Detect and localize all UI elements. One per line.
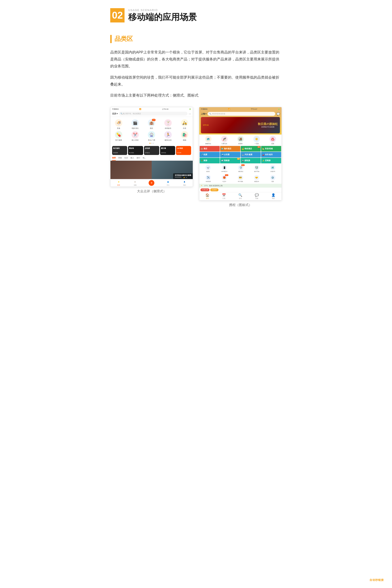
ct-grid: 🏨酒店 🌍海外酒店 💰特价酒店 特价 🏡民宿·客栈 ✈️机票 🚄火车票 (199, 146, 282, 164)
dp-tab-food[interactable]: 美食 (118, 156, 122, 160)
dp-more[interactable]: ··· (189, 112, 191, 115)
ct-freetravel-icon: 🛫 (206, 165, 211, 170)
ct-grid-bus[interactable]: 🚌汽车·船票 (241, 152, 261, 158)
ct-quick-food-icon: 🍱 (237, 136, 244, 142)
ctrip-caption: 携程（图标式） (229, 203, 252, 207)
ct-grid-overseas-hotel[interactable]: 🌍海外酒店 (220, 146, 240, 152)
dp-city: 北京 ▾ (112, 112, 118, 115)
dp-card-title: 非常喜欢他家的衣服嗯 (175, 174, 191, 176)
dp-cat-takeout[interactable]: 🛵 外卖 (178, 119, 191, 130)
ct-discount-badge: 特价 (258, 146, 260, 148)
dp-tab-more[interactable]: 电... (143, 156, 146, 160)
dp-tab-travel[interactable]: 旅行 (136, 156, 140, 160)
ct-grid-hotel[interactable]: 🏨酒店 (200, 146, 220, 152)
ct-grid-train[interactable]: 🚄火车票 (220, 152, 240, 158)
ct-grid-discount-hotel[interactable]: 💰特价酒店 特价 (241, 146, 261, 152)
dp-plus-button[interactable]: + (149, 180, 154, 186)
body-para2: 因为移动端首屏空间的珍贵，我们不可能全部罗列展示这些品类；不重要的、使用频率低的… (110, 74, 282, 88)
ct-grid-inn[interactable]: 🏡民宿·客栈 (261, 146, 281, 152)
dp-search[interactable]: 🔍 输入商户名、地点或菜品 (119, 112, 188, 116)
dp-promo-vip[interactable]: VIP特权 5折套餐 (176, 146, 191, 155)
ct-quick-hot-spring[interactable]: ♨️ 温泉 (270, 136, 276, 145)
section-heading-wrap: 品类区 (110, 35, 282, 43)
dp-cat-meishi[interactable]: 🍜 美食 (112, 119, 125, 130)
dp-city-chevron: ▾ (116, 112, 118, 115)
dp-cat-shopping[interactable]: 🛍️ 购物 (178, 131, 191, 141)
dp-cat-health[interactable]: 💊 医疗健康 (112, 131, 125, 141)
ct-small-creditcard[interactable]: 💳 串卡·借钱 (238, 175, 243, 182)
dp-promo-king[interactable]: 霸王餐 品质优选 (160, 146, 175, 155)
dp-tab-fun[interactable]: 玩乐 (124, 156, 128, 160)
ct-grid-highspeed[interactable]: 🚅高铁游 热卖 (220, 158, 240, 163)
ct-nav-discover[interactable]: 🔍 发现 (232, 193, 249, 200)
ct-grid-flight[interactable]: ✈️机票 (200, 152, 220, 158)
dp-categories-row1: 🍜 美食 🎬 电影/演出 🏨活动 酒店 🍸 休闲娱乐 (110, 117, 193, 145)
ct-nav-service[interactable]: 💬 客服 (249, 193, 265, 200)
ct-hot-tag2[interactable]: 必选餐厅 (210, 188, 218, 191)
ct-small-franchise[interactable]: 🤝 加盟合作 (254, 175, 259, 182)
dp-nav-guide[interactable]: 📋 攻略 (127, 180, 144, 186)
ct-small-freetravel[interactable]: 🛫 自由行 (206, 165, 211, 172)
ct-grid-cruise[interactable]: 🚢邮轮游 (241, 158, 261, 163)
ct-small-exchange[interactable]: 💱 换外币·购 (254, 165, 260, 172)
dp-cat-beauty[interactable]: ✂️ 丽人/美发 (129, 131, 141, 141)
ct-small-wifi[interactable]: 📱 WiFi电话卡 (221, 165, 228, 172)
ct-quick-cats: 🗺️ 攻略·景点 🎢 门票·玩乐 🍱 美食林 ☀️ 一日游 ♨️ 温泉 (199, 134, 282, 146)
dp-nav-follow[interactable]: 👥 关注 (160, 180, 176, 186)
ct-quick-ticket-icon: 🎢 (221, 136, 228, 142)
dp-cat-scenic[interactable]: 🎡 景点/门票 (145, 131, 158, 141)
dp-cat-leisure[interactable]: 🍸 休闲娱乐 (162, 119, 174, 130)
dp-promo-daily[interactable]: 每日福利 领优惠券 (112, 146, 127, 155)
ct-itinerary-icon: 📅 (222, 193, 226, 197)
section-heading: 品类区 (114, 35, 133, 43)
dp-dot-3 (153, 143, 154, 144)
dp-cat-sports[interactable]: 🏃 健身/运动 (162, 131, 174, 141)
dp-promo-must[interactable]: 必吃榜 全域必去 (144, 146, 159, 155)
ct-hot-tag1[interactable]: Hot票点榜 (200, 188, 210, 191)
ct-nav-mine[interactable]: 👤 我的 (265, 193, 282, 200)
ct-small-insurance[interactable]: 🛡️ 新品 保险·签证 (238, 165, 243, 172)
ct-carrier: 中国移动 (201, 108, 208, 110)
ct-quick-food[interactable]: 🍱 美食林 (237, 136, 244, 145)
dp-cat-row1: 🍜 美食 🎬 电影/演出 🏨活动 酒店 🍸 休闲娱乐 (110, 118, 193, 130)
ct-wifi-icon: 📶 (228, 108, 230, 110)
ct-flight-icon: ✈️ (201, 154, 203, 156)
ct-quick-ticket[interactable]: 🎢 门票·玩乐 (221, 136, 228, 145)
ct-nav-itinerary[interactable]: 📅 行程 (216, 193, 232, 200)
dp-nav-home[interactable]: ⭐ 首页 (110, 180, 127, 186)
ct-nav-home[interactable]: 🏠 首页 (199, 193, 216, 200)
ct-small-cheap-flight[interactable]: ✈️ 特价机票 (206, 175, 211, 182)
ct-grid-car[interactable]: 🚗专车·租车 (261, 152, 281, 158)
ct-grid-custom[interactable]: ✨定制游 (261, 158, 281, 163)
ct-cloud-icon: ⛅ (201, 185, 203, 186)
ct-grid-travel[interactable]: 🌴旅游 (200, 158, 220, 163)
dp-mine-icon: 👤 (183, 180, 186, 184)
ct-insurance-icon: 🛡️ 新品 (238, 165, 243, 170)
ct-small-giftcard[interactable]: 🎁 礼品 礼品卡 (222, 175, 227, 182)
ct-quick-scenic[interactable]: 🗺️ 攻略·景点 (205, 136, 212, 145)
dp-cat-movie[interactable]: 🎬 电影/演出 (129, 119, 141, 130)
ct-custom-icon: ✨ (262, 160, 264, 162)
dp-promo-black[interactable]: 黑珍珠 食之臻选 (128, 146, 143, 155)
ct-home-icon2: 🏠 (206, 193, 210, 197)
dp-nav-mine[interactable]: 👤 我的 (176, 180, 193, 186)
ct-search-bar[interactable]: 🔍 西伯利亚铁道惊魂 (208, 112, 275, 116)
ct-quick-daytrip[interactable]: ☀️ 一日游 (253, 136, 260, 145)
ct-small-guide[interactable]: 🗺️ 当地向导 (270, 165, 276, 172)
ct-weather-bar: ⛅ 17°C 您好,欢迎来到上海 (199, 184, 282, 188)
dp-tab-recommend[interactable]: 推荐 (112, 156, 116, 160)
ct-message-icon[interactable]: 💬 (276, 112, 280, 116)
ct-creditcard-icon: 💳 (238, 175, 243, 180)
dp-cat-leisure-icon: 🍸 (164, 119, 172, 126)
dp-badge: 活动 (152, 119, 156, 121)
ct-guide-icon: 🗺️ (270, 165, 276, 170)
ct-quick-daytrip-icon: ☀️ (253, 136, 260, 142)
dp-cat-hotel[interactable]: 🏨活动 酒店 (145, 119, 158, 130)
ct-discover-icon: 🔍 (238, 193, 242, 197)
dp-tab-beauty[interactable]: 丽人 (130, 156, 134, 160)
dp-nav-plus[interactable]: + (143, 180, 160, 186)
dp-status-bar: 中国移动 📶 上午8:39 🔋 (110, 107, 193, 111)
dp-dot-2 (151, 143, 152, 144)
ct-small-more[interactable]: ⚙️ 更多 (270, 175, 276, 182)
header-section: 02 USAGE SCENARIO 移动端的应用场景 (110, 8, 282, 24)
